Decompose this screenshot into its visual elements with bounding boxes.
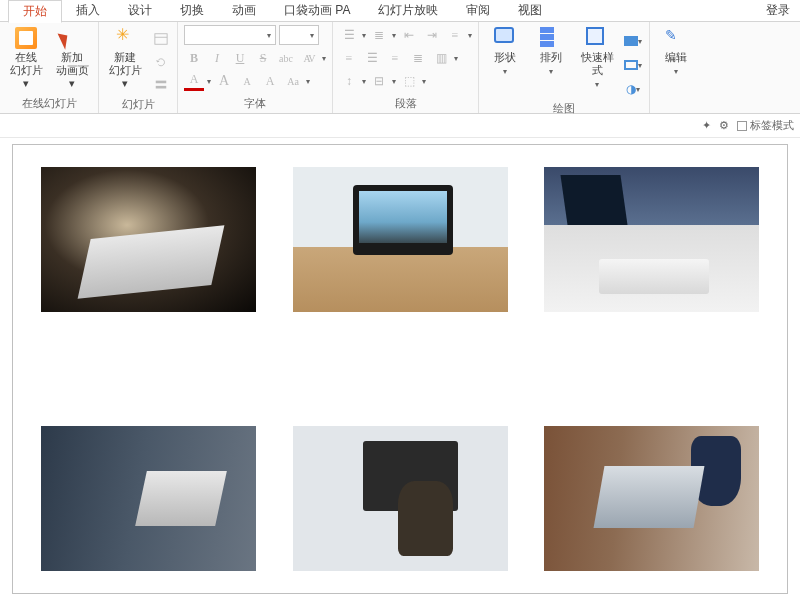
group-label-slides: 幻灯片 xyxy=(122,95,155,114)
bullets-button[interactable]: ☰ xyxy=(339,25,359,45)
ribbon-tabs: 开始 插入 设计 切换 动画 口袋动画 PA 幻灯片放映 审阅 视图 登录 xyxy=(0,0,800,22)
layout-button[interactable] xyxy=(151,29,171,49)
sub-toolbar: ✦ ⚙ 标签模式 xyxy=(0,114,800,138)
slide-image[interactable] xyxy=(544,426,759,571)
shadow-button[interactable]: abc xyxy=(276,48,296,68)
shapes-button[interactable]: 形状▾ xyxy=(485,25,525,78)
arrange-icon xyxy=(540,27,562,49)
online-slides-button[interactable]: 在线 幻灯片 ▾ xyxy=(6,25,46,90)
shapes-icon xyxy=(494,27,516,49)
slide-image[interactable] xyxy=(293,167,508,312)
change-case-button[interactable]: Aa xyxy=(283,71,303,91)
group-editing: ✎ 编辑▾ xyxy=(650,22,702,113)
text-direction-button[interactable]: ↕ xyxy=(339,71,359,91)
shape-fill-button[interactable]: ▾ xyxy=(623,31,643,51)
indent-dec-button[interactable]: ⇤ xyxy=(399,25,419,45)
group-label-font: 字体 xyxy=(244,94,266,113)
group-online-slides: 在线 幻灯片 ▾ 新加 动画页 ▾ 在线幻灯片 xyxy=(0,22,99,113)
slide[interactable] xyxy=(12,144,788,594)
tab-pocket-anim[interactable]: 口袋动画 PA xyxy=(270,0,364,21)
edit-icon: ✎ xyxy=(665,27,687,49)
font-name-select[interactable]: ▾ xyxy=(184,25,276,45)
italic-button[interactable]: I xyxy=(207,48,227,68)
tab-design[interactable]: 设计 xyxy=(114,0,166,21)
clear-format-button[interactable]: A xyxy=(260,71,280,91)
svg-rect-0 xyxy=(155,34,167,45)
new-slide-label: 新建 幻灯片 ▾ xyxy=(105,51,145,90)
tab-home[interactable]: 开始 xyxy=(8,0,62,23)
strike-button[interactable]: S xyxy=(253,48,273,68)
font-size-select[interactable]: ▾ xyxy=(279,25,319,45)
tab-transition[interactable]: 切换 xyxy=(166,0,218,21)
group-drawing: 形状▾ 排列▾ 快速样式▾ ▾ ▾ ◑▾ 绘图 xyxy=(479,22,650,113)
tab-slideshow[interactable]: 幻灯片放映 xyxy=(364,0,452,21)
group-label-para: 段落 xyxy=(395,94,417,113)
edit-button[interactable]: ✎ 编辑▾ xyxy=(656,25,696,78)
image-row-bottom xyxy=(41,426,759,571)
font-color-button[interactable]: A xyxy=(184,71,204,91)
slide-image[interactable] xyxy=(293,426,508,571)
align-justify-button[interactable]: ≣ xyxy=(408,48,428,68)
align-text-button[interactable]: ⊟ xyxy=(369,71,389,91)
align-center-button[interactable]: ☰ xyxy=(362,48,382,68)
shrink-font-button[interactable]: A xyxy=(237,71,257,91)
magic-button[interactable]: ✦ xyxy=(702,119,711,132)
arrange-button[interactable]: 排列▾ xyxy=(531,25,571,78)
align-left-button[interactable]: ≡ xyxy=(339,48,359,68)
svg-rect-2 xyxy=(156,81,167,84)
group-slides: 新建 幻灯片 ▾ 幻灯片 xyxy=(99,22,178,113)
group-paragraph: ☰▾ ≣▾ ⇤ ⇥ ≡▾ ≡ ☰ ≡ ≣ ▥▾ ↕▾ ⊟▾ ⬚▾ xyxy=(333,22,479,113)
char-spacing-button[interactable]: AV xyxy=(299,48,319,68)
slide-image[interactable] xyxy=(544,167,759,312)
quick-styles-icon xyxy=(586,27,608,49)
new-slide-button[interactable]: 新建 幻灯片 ▾ xyxy=(105,25,145,90)
numbering-button[interactable]: ≣ xyxy=(369,25,389,45)
smartart-button[interactable]: ⬚ xyxy=(399,71,419,91)
indent-inc-button[interactable]: ⇥ xyxy=(422,25,442,45)
image-row-top xyxy=(41,167,759,312)
tab-insert[interactable]: 插入 xyxy=(62,0,114,21)
tab-view[interactable]: 视图 xyxy=(504,0,556,21)
group-font: ▾ ▾ B I U S abc AV ▾ A ▾ A A A xyxy=(178,22,333,113)
group-label-edit xyxy=(674,97,677,113)
bold-button[interactable]: B xyxy=(184,48,204,68)
login-link[interactable]: 登录 xyxy=(766,2,800,19)
tab-review[interactable]: 审阅 xyxy=(452,0,504,21)
settings-button[interactable]: ⚙ xyxy=(719,119,729,132)
slide-icon xyxy=(15,27,37,49)
align-right-button[interactable]: ≡ xyxy=(385,48,405,68)
slide-image[interactable] xyxy=(41,426,256,571)
online-slides-label: 在线 幻灯片 ▾ xyxy=(6,51,46,90)
cursor-icon xyxy=(61,27,83,49)
group-label-online: 在线幻灯片 xyxy=(22,94,77,113)
ribbon: 在线 幻灯片 ▾ 新加 动画页 ▾ 在线幻灯片 新建 幻灯片 ▾ 幻灯片 xyxy=(0,22,800,114)
svg-rect-3 xyxy=(156,86,167,89)
new-slide-icon xyxy=(114,27,136,49)
shape-effects-button[interactable]: ◑▾ xyxy=(623,79,643,99)
checkbox-icon xyxy=(737,121,747,131)
columns-button[interactable]: ▥ xyxy=(431,48,451,68)
quick-styles-button[interactable]: 快速样式▾ xyxy=(577,25,617,91)
slide-image[interactable] xyxy=(41,167,256,312)
new-anim-page-button[interactable]: 新加 动画页 ▾ xyxy=(52,25,92,90)
shape-outline-button[interactable]: ▾ xyxy=(623,55,643,75)
section-button[interactable] xyxy=(151,75,171,95)
line-spacing-button[interactable]: ≡ xyxy=(445,25,465,45)
new-anim-label: 新加 动画页 ▾ xyxy=(52,51,92,90)
slide-canvas-wrap xyxy=(0,138,800,600)
tab-animation[interactable]: 动画 xyxy=(218,0,270,21)
group-label-draw: 绘图 xyxy=(553,99,575,118)
tag-mode-toggle[interactable]: 标签模式 xyxy=(737,118,794,133)
underline-button[interactable]: U xyxy=(230,48,250,68)
grow-font-button[interactable]: A xyxy=(214,71,234,91)
reset-button[interactable] xyxy=(151,52,171,72)
